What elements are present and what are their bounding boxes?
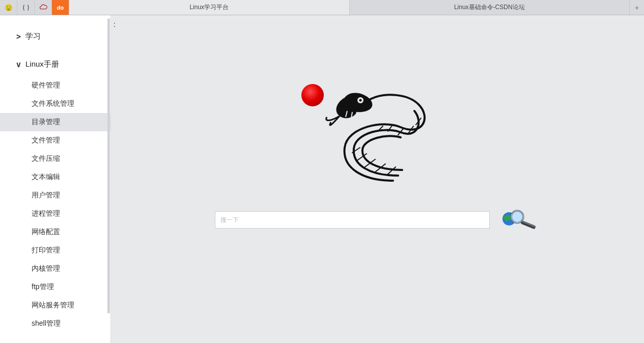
chevron-right-icon: >	[16, 32, 25, 41]
sidebar: > 学习 v Linux手册 硬件管理 文件系统管理 目录管理 文件管理 文件压…	[0, 15, 111, 343]
manual-item-ftp[interactable]: ftp管理	[0, 278, 110, 296]
content-area: :	[111, 15, 644, 343]
svg-point-1	[6, 6, 8, 7]
do-icon[interactable]: do	[52, 0, 69, 15]
tab-label: Linux学习平台	[189, 3, 229, 12]
manual-item-shell[interactable]: shell管理	[0, 315, 110, 333]
manual-item-directory[interactable]: 目录管理	[0, 113, 110, 131]
new-tab-button[interactable]: +	[630, 0, 644, 15]
manual-item-textedit[interactable]: 文本编辑	[0, 168, 110, 186]
world-magnifier-icon	[500, 209, 541, 229]
tab-linux-study[interactable]: Linux学习平台	[69, 0, 350, 15]
nav-linux-manual[interactable]: v Linux手册	[0, 48, 110, 76]
nav-label: 学习	[25, 32, 41, 41]
manual-item-website[interactable]: 网站服务管理	[0, 296, 110, 315]
leopard-icon[interactable]	[0, 0, 17, 15]
manual-item-file[interactable]: 文件管理	[0, 131, 110, 150]
main-area: > 学习 v Linux手册 硬件管理 文件系统管理 目录管理 文件管理 文件压…	[0, 15, 644, 343]
scrollbar-thumb[interactable]	[107, 18, 110, 313]
manual-item-filesystem[interactable]: 文件系统管理	[0, 95, 110, 113]
nav-examples[interactable]: > 实例	[0, 333, 110, 343]
manual-item-user[interactable]: 用户管理	[0, 186, 110, 205]
red-ball-icon	[301, 84, 324, 106]
tab-csdn-forum[interactable]: Linux基础命令-CSDN论坛	[350, 0, 630, 15]
script-icon[interactable]	[17, 0, 35, 15]
chevron-down-icon: v	[16, 60, 25, 69]
tab-label: Linux基础命令-CSDN论坛	[454, 3, 525, 12]
stray-colon: :	[114, 20, 116, 28]
manual-item-hardware[interactable]: 硬件管理	[0, 76, 110, 95]
manual-item-network[interactable]: 网络配置	[0, 223, 110, 241]
search-row	[215, 209, 541, 231]
nav-label: Linux手册	[25, 60, 59, 69]
search-input[interactable]	[215, 211, 490, 228]
cloud-icon[interactable]	[35, 0, 52, 15]
manual-item-process[interactable]: 进程管理	[0, 205, 110, 223]
manual-item-kernel[interactable]: 内核管理	[0, 260, 110, 278]
browser-toolbar: do Linux学习平台 Linux基础命令-CSDN论坛 +	[0, 0, 644, 15]
manual-item-compress[interactable]: 文件压缩	[0, 150, 110, 168]
manual-item-print[interactable]: 打印管理	[0, 241, 110, 260]
svg-point-2	[9, 6, 11, 7]
nav-study[interactable]: > 学习	[0, 24, 110, 48]
svg-point-3	[7, 8, 10, 11]
search-button[interactable]	[500, 209, 541, 231]
snake-icon	[301, 71, 454, 188]
svg-point-5	[359, 99, 361, 102]
hero-logo	[301, 71, 454, 188]
